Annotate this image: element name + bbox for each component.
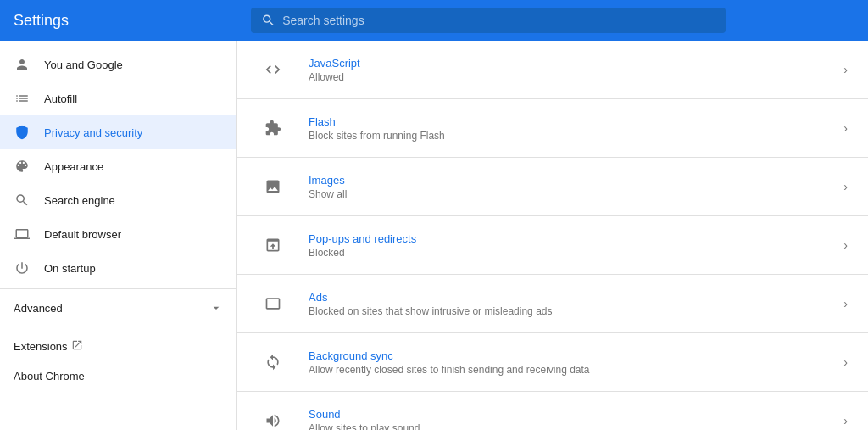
content-subtitle: Blocked on sites that show intrusive or … <box>309 305 843 317</box>
puzzle-icon <box>258 113 288 143</box>
content-item-flash[interactable]: Flash Block sites from running Flash › <box>237 99 868 158</box>
code-icon <box>258 54 288 85</box>
sidebar-item-label: Search engine <box>44 194 115 207</box>
chevron-right-icon: › <box>843 238 848 252</box>
content-text-sound: Sound Allow sites to play sound <box>309 408 843 431</box>
content-item-images[interactable]: Images Show all › <box>237 158 868 216</box>
content-item-popups[interactable]: Pop-ups and redirects Blocked › <box>237 216 868 275</box>
sidebar-item-privacy-and-security[interactable]: Privacy and security <box>0 115 236 149</box>
external-link-icon <box>71 339 83 353</box>
content-item-sound[interactable]: Sound Allow sites to play sound › <box>237 392 868 430</box>
power-icon <box>14 260 31 276</box>
chevron-right-icon: › <box>843 180 848 193</box>
content-title: Images <box>309 174 843 187</box>
content-title: Sound <box>309 408 843 421</box>
extensions-label-container: Extensions <box>14 339 83 353</box>
chevron-down-icon <box>209 301 223 315</box>
content-subtitle: Allow sites to play sound <box>309 422 843 431</box>
search-input[interactable] <box>282 14 715 27</box>
content-title: JavaScript <box>309 57 843 70</box>
content-item-ads[interactable]: Ads Blocked on sites that show intrusive… <box>237 275 868 333</box>
header: Settings <box>0 0 868 41</box>
content-title: Background sync <box>309 349 843 362</box>
content-text-flash: Flash Block sites from running Flash <box>309 115 843 142</box>
chevron-right-icon: › <box>843 414 848 427</box>
content-subtitle: Show all <box>309 188 843 200</box>
shield-icon <box>14 124 31 141</box>
sidebar-item-extensions[interactable]: Extensions <box>0 331 236 361</box>
palette-icon <box>14 158 31 175</box>
content-title: Flash <box>309 115 843 128</box>
content-subtitle: Allowed <box>309 71 843 83</box>
content-text-popups: Pop-ups and redirects Blocked <box>309 232 843 259</box>
content-item-background-sync[interactable]: Background sync Allow recently closed si… <box>237 333 868 392</box>
sidebar-item-label: Privacy and security <box>44 126 142 139</box>
sidebar-item-appearance[interactable]: Appearance <box>0 149 236 183</box>
header-title: Settings <box>14 12 251 30</box>
sidebar-item-default-browser[interactable]: Default browser <box>0 217 236 251</box>
sidebar-item-you-and-google[interactable]: You and Google <box>0 47 236 81</box>
content-subtitle: Allow recently closed sites to finish se… <box>309 364 843 376</box>
popup-icon <box>258 230 288 260</box>
search-nav-icon <box>14 192 31 209</box>
sidebar-divider <box>0 288 236 289</box>
monitor-icon <box>14 226 31 243</box>
about-chrome-label: About Chrome <box>14 370 85 383</box>
layout: You and Google Autofill Privacy and secu… <box>0 41 868 430</box>
sidebar-item-label: Default browser <box>44 228 121 241</box>
content-subtitle: Block sites from running Flash <box>309 130 843 142</box>
sidebar-item-label: Autofill <box>44 92 77 105</box>
chevron-right-icon: › <box>843 121 848 135</box>
content-text-images: Images Show all <box>309 174 843 200</box>
extensions-label: Extensions <box>14 340 68 353</box>
content-item-javascript[interactable]: JavaScript Allowed › <box>237 41 868 99</box>
sidebar-item-label: You and Google <box>44 59 123 71</box>
chevron-right-icon: › <box>843 355 848 369</box>
sidebar-divider-2 <box>0 327 236 327</box>
list-icon <box>14 90 31 107</box>
content-text-ads: Ads Blocked on sites that show intrusive… <box>309 291 843 317</box>
content-title: Ads <box>309 291 843 304</box>
content-text-background-sync: Background sync Allow recently closed si… <box>309 349 843 376</box>
sync-icon <box>258 347 288 377</box>
sidebar-advanced[interactable]: Advanced <box>0 293 236 323</box>
sidebar: You and Google Autofill Privacy and secu… <box>0 41 237 430</box>
content-list: JavaScript Allowed › Flash Block sites f… <box>237 41 868 430</box>
content-subtitle: Blocked <box>309 247 843 259</box>
ads-icon <box>258 288 288 319</box>
sidebar-item-about-chrome[interactable]: About Chrome <box>0 361 236 391</box>
image-icon <box>258 171 288 202</box>
main-content: JavaScript Allowed › Flash Block sites f… <box>237 41 868 430</box>
content-title: Pop-ups and redirects <box>309 232 843 245</box>
sidebar-item-on-startup[interactable]: On startup <box>0 251 236 285</box>
chevron-right-icon: › <box>843 297 848 310</box>
search-icon <box>261 13 275 28</box>
sidebar-item-label: On startup <box>44 262 96 275</box>
search-bar <box>251 8 726 33</box>
sidebar-item-autofill[interactable]: Autofill <box>0 81 236 115</box>
content-text-javascript: JavaScript Allowed <box>309 57 843 83</box>
chevron-right-icon: › <box>843 63 848 76</box>
sound-icon <box>258 405 288 430</box>
sidebar-item-label: Appearance <box>44 160 103 173</box>
person-icon <box>14 56 31 73</box>
advanced-label: Advanced <box>14 302 63 315</box>
sidebar-item-search-engine[interactable]: Search engine <box>0 183 236 217</box>
